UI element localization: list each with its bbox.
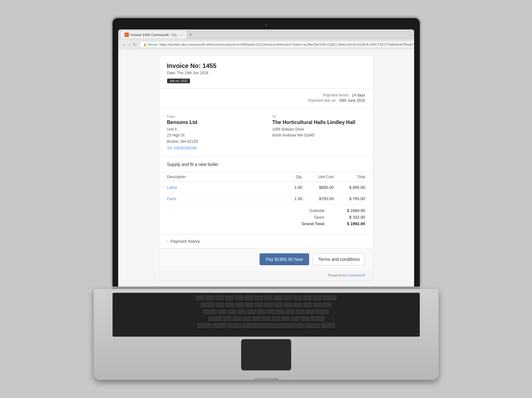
- key[interactable]: [271, 316, 280, 322]
- key-ctrl[interactable]: [212, 323, 226, 328]
- invoice-date: Date: Thu 14th Jun 2018: [167, 71, 365, 75]
- address-bar[interactable]: Secure https://portals-dev.commusoft.net…: [139, 41, 414, 48]
- line-items: Description Qty. Unit Cost Total Labor 1…: [160, 172, 373, 204]
- key-tab[interactable]: [201, 302, 215, 308]
- key-shift-right[interactable]: [310, 316, 324, 322]
- payment-history-section: › Payment history: [160, 235, 373, 248]
- key-caps[interactable]: [203, 309, 217, 315]
- key[interactable]: [313, 295, 321, 301]
- forward-button[interactable]: ›: [128, 41, 132, 48]
- to-address-1: 1056 Balsam Drive: [272, 127, 365, 132]
- laptop-screen: C Invoice 1455 Commusoft - Co... × + ‹ ›…: [113, 18, 420, 287]
- invoice-card: Invoice No: 1455 Date: Thu 14th Jun 2018…: [160, 56, 373, 280]
- key[interactable]: [223, 316, 232, 322]
- key[interactable]: [303, 295, 312, 301]
- table-row: Labor 1.00 $895.00 $ 895.00: [167, 182, 365, 193]
- key[interactable]: [303, 302, 312, 308]
- item-name-parts[interactable]: Parts: [167, 196, 271, 201]
- payment-due-value: 28th June 2018: [339, 98, 365, 103]
- key[interactable]: [262, 316, 271, 322]
- nav-buttons: ‹ › ↻: [123, 41, 137, 48]
- from-address-1: Unit 6: [167, 127, 260, 132]
- pay-now-button[interactable]: Pay $1992.00 Now: [260, 253, 309, 265]
- key-shift-left[interactable]: [208, 316, 222, 322]
- key[interactable]: [225, 302, 234, 308]
- key-fn[interactable]: [197, 323, 211, 328]
- tab-close-button[interactable]: ×: [181, 33, 183, 37]
- to-address-2: North Andover MA 01845: [272, 132, 365, 138]
- key[interactable]: [233, 316, 241, 322]
- keyboard-area: [113, 293, 420, 337]
- subtotal-label: Subtotal: [299, 208, 324, 213]
- key[interactable]: [274, 295, 282, 301]
- key[interactable]: [266, 309, 275, 315]
- terms-conditions-button[interactable]: Terms and conditions: [313, 253, 365, 265]
- key[interactable]: [281, 316, 290, 322]
- item-name-labor[interactable]: Labor: [167, 185, 271, 190]
- col-description: Description: [167, 175, 271, 179]
- key[interactable]: [291, 316, 300, 322]
- key[interactable]: [301, 316, 309, 322]
- from-name: Bensons Ltd: [167, 120, 260, 125]
- from-phone[interactable]: Tel: 02030266266: [167, 146, 260, 150]
- key[interactable]: [276, 309, 285, 315]
- key[interactable]: [264, 302, 273, 308]
- key-cmd[interactable]: [321, 323, 335, 328]
- payment-due-label: Payment due on:: [308, 98, 337, 103]
- from-address: Unit 6 23 High St Boston, MA 02129: [167, 127, 260, 145]
- key[interactable]: [286, 309, 295, 315]
- keyboard-rows: [113, 293, 420, 331]
- invoice-actions: Pay $1992.00 Now Terms and conditions: [160, 248, 373, 270]
- laptop-hinge: [113, 287, 420, 289]
- key[interactable]: [225, 295, 234, 301]
- key[interactable]: [196, 295, 205, 301]
- key-alt-left[interactable]: [227, 323, 241, 328]
- key[interactable]: [254, 295, 263, 301]
- refresh-button[interactable]: ↻: [133, 41, 137, 48]
- key[interactable]: [228, 309, 236, 315]
- grand-total-label: Grand Total: [299, 221, 324, 226]
- new-tab-button[interactable]: +: [187, 31, 194, 39]
- key[interactable]: [255, 302, 263, 308]
- key[interactable]: [218, 309, 227, 315]
- powered-by-link[interactable]: Commusoft: [347, 273, 365, 277]
- totals-section: Subtotal $ 1660.00 Taxes $ 332.00 Grand …: [160, 204, 373, 235]
- trackpad[interactable]: [241, 339, 291, 370]
- key[interactable]: [247, 309, 256, 315]
- key[interactable]: [274, 302, 283, 308]
- key[interactable]: [242, 316, 251, 322]
- key[interactable]: [235, 295, 244, 301]
- key[interactable]: [323, 302, 331, 308]
- key[interactable]: [237, 309, 246, 315]
- payment-history-toggle[interactable]: › Payment history: [167, 239, 365, 244]
- key-enter[interactable]: [315, 309, 329, 315]
- item-unit-labor: $895.00: [303, 185, 334, 190]
- key[interactable]: [293, 302, 302, 308]
- key[interactable]: [305, 309, 314, 315]
- key[interactable]: [216, 302, 224, 308]
- key[interactable]: [215, 295, 224, 301]
- from-address-2: 23 High St: [167, 132, 260, 138]
- key[interactable]: [257, 309, 266, 315]
- key-space[interactable]: [242, 323, 305, 328]
- key[interactable]: [296, 309, 304, 315]
- key[interactable]: [206, 295, 214, 301]
- taxes-label: Taxes: [299, 215, 324, 220]
- tab-bar: C Invoice 1455 Commusoft - Co... × +: [118, 29, 414, 39]
- key[interactable]: [293, 295, 302, 301]
- key[interactable]: [245, 295, 253, 301]
- powered-by: Powered by Commusoft: [160, 270, 373, 280]
- secure-label: Secure: [148, 43, 158, 46]
- key[interactable]: [283, 295, 292, 301]
- key[interactable]: [313, 302, 322, 308]
- key[interactable]: [252, 316, 261, 322]
- key-alt-right[interactable]: [306, 323, 320, 328]
- payment-due-row: Payment due on: 28th June 2018: [167, 98, 365, 103]
- back-button[interactable]: ‹: [123, 41, 127, 48]
- key-backspace[interactable]: [322, 295, 336, 301]
- key[interactable]: [235, 302, 244, 308]
- key[interactable]: [284, 302, 292, 308]
- key[interactable]: [245, 302, 254, 308]
- key[interactable]: [264, 295, 273, 301]
- browser-tab[interactable]: C Invoice 1455 Commusoft - Co... ×: [121, 31, 187, 39]
